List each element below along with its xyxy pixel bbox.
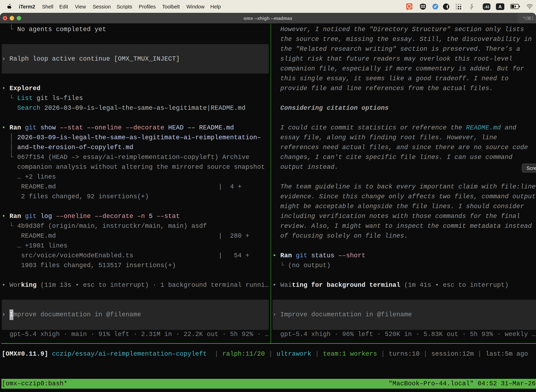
svg-text:1: 1 [531, 16, 533, 20]
